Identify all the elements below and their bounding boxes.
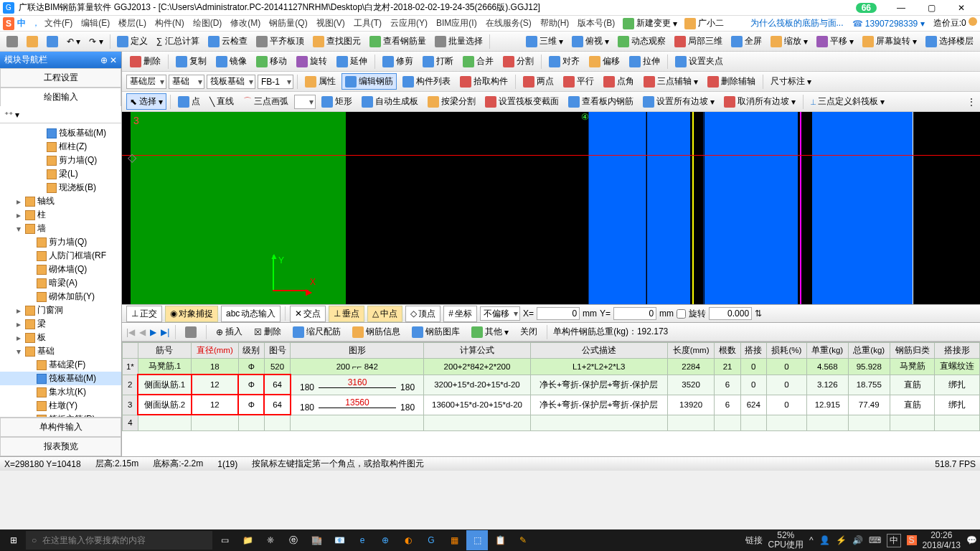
edit-rebar-button[interactable]: 编辑钢筋	[341, 73, 397, 90]
menu-version[interactable]: 版本号(B)	[573, 17, 619, 29]
edit-分割[interactable]: 分割	[499, 53, 537, 70]
insert-row-button[interactable]: ⊕ 插入	[212, 324, 246, 340]
task-view-button[interactable]: ▭	[214, 530, 235, 550]
menu-rebar[interactable]: 钢筋量(Q)	[265, 17, 311, 29]
tab-project-settings[interactable]: 工程设置	[0, 68, 121, 88]
tree-item[interactable]: 人防门框墙(RF	[0, 249, 121, 263]
rebar-table[interactable]: 筋号直径(mm)级别图号图形计算公式公式描述长度(mm)根数搭接损耗(%)单重(…	[122, 342, 980, 456]
tray-people-icon[interactable]: 👤	[819, 535, 830, 545]
menu-file[interactable]: 文件(F)	[40, 17, 77, 29]
cell[interactable]	[766, 415, 806, 430]
tab-single-input[interactable]: 单构件输入	[0, 418, 121, 437]
rotate-stepper[interactable]: ⇅	[755, 309, 762, 319]
tree-item[interactable]: ▾墙	[0, 222, 121, 235]
col-header[interactable]: 筋号	[138, 343, 191, 359]
start-button[interactable]: ⊞	[3, 530, 24, 550]
dimension-button[interactable]: 尺寸标注 ▾	[767, 73, 815, 90]
cell[interactable]: 马凳筋.1	[138, 359, 191, 375]
cell[interactable]: 21	[715, 359, 740, 375]
point-button[interactable]: 点	[174, 93, 204, 110]
tree-item[interactable]: ▸轴线	[0, 194, 121, 208]
ime-lang[interactable]: 中	[17, 17, 26, 29]
app-4[interactable]: 🏬	[306, 530, 327, 550]
app-3[interactable]: ⓔ	[283, 530, 304, 550]
cell[interactable]: 18.755	[848, 375, 890, 395]
rebar-lib-button[interactable]: 钢筋图库	[408, 324, 463, 340]
osnap-button[interactable]: ◉对象捕捉	[165, 306, 218, 322]
cell[interactable]	[740, 415, 766, 430]
tool-save[interactable]	[43, 34, 62, 50]
cell[interactable]: 直筋	[890, 395, 935, 415]
maximize-button[interactable]: ▢	[921, 3, 941, 13]
cell[interactable]: 绑扎	[935, 375, 980, 395]
edit-对齐[interactable]: 对齐	[545, 53, 583, 70]
col-header[interactable]: 直径(mm)	[192, 343, 239, 359]
notification-badge[interactable]: 66	[856, 3, 877, 13]
cancel-slope-button[interactable]: 取消所有边坡 ▾	[720, 93, 799, 110]
col-header[interactable]	[123, 343, 138, 359]
view-slab-rebar-button[interactable]: 查看板内钢筋	[565, 93, 637, 110]
cell[interactable]	[264, 415, 290, 430]
cell[interactable]: 520	[264, 359, 290, 375]
col-header[interactable]: 损耗(%)	[766, 343, 806, 359]
cell[interactable]: 侧面纵筋.1	[138, 375, 191, 395]
dyn-input-button[interactable]: abc动态输入	[221, 306, 281, 322]
tray-ime[interactable]: 中	[887, 534, 901, 547]
tree-item[interactable]: ▸门窗洞	[0, 303, 121, 317]
define-button[interactable]: 定义	[113, 33, 151, 50]
cell[interactable]	[530, 415, 667, 430]
app-6[interactable]: e	[352, 530, 373, 550]
tab-report-preview[interactable]: 报表预览	[0, 437, 121, 456]
drawing-canvas[interactable]: 3 ④ ◇ ▲ Y ▶ X	[122, 112, 980, 304]
parallel-button[interactable]: 平行	[560, 73, 598, 90]
app-2[interactable]: ❋	[260, 530, 281, 550]
cell[interactable]: 净长+弯折-保护层+弯折-保护层	[530, 375, 667, 395]
menu-online[interactable]: 在线服务(S)	[481, 17, 536, 29]
cloud-check-button[interactable]: 云检查	[204, 33, 251, 50]
edit-延伸[interactable]: 延伸	[333, 53, 371, 70]
menu-tool[interactable]: 工具(T)	[349, 17, 386, 29]
set-section-button[interactable]: 设置筏板变截面	[481, 93, 562, 110]
cell[interactable]	[238, 415, 264, 430]
cell[interactable]: 624	[740, 395, 766, 415]
tool-open[interactable]	[23, 34, 42, 50]
user-button[interactable]: 广小二	[681, 15, 727, 32]
cell[interactable]: 0	[740, 359, 766, 375]
y-input[interactable]	[613, 307, 656, 320]
two-point-button[interactable]: 两点	[519, 73, 557, 90]
cell[interactable]: 77.49	[848, 395, 890, 415]
snap-coord[interactable]: # 坐标	[443, 306, 477, 322]
edit-修剪[interactable]: 修剪	[379, 53, 417, 70]
nav-last[interactable]: ▶|	[161, 327, 169, 337]
cell[interactable]: 0	[766, 359, 806, 375]
col-header[interactable]: 搭接形	[935, 343, 980, 359]
tray-up-icon[interactable]: ^	[809, 535, 814, 545]
menu-help[interactable]: 帮助(H)	[536, 17, 574, 29]
props-button[interactable]: 属性	[301, 73, 339, 90]
tray-sogou-icon[interactable]: S	[907, 535, 917, 545]
phone-link[interactable]: ☎ 13907298339 ▾	[852, 19, 925, 29]
notice-link[interactable]: 为什么筏板的底筋与面...	[750, 17, 844, 29]
col-header[interactable]: 长度(mm)	[667, 343, 715, 359]
cell[interactable]: L1+2*L2+2*L3	[530, 359, 667, 375]
menu-floor[interactable]: 楼层(L)	[114, 17, 151, 29]
split-by-beam-button[interactable]: 按梁分割	[424, 93, 479, 110]
tool-redo[interactable]: ↷ ▾	[85, 34, 106, 49]
minimize-button[interactable]: —	[891, 3, 911, 13]
col-header[interactable]: 总重(kg)	[848, 343, 890, 359]
cell[interactable]: Φ	[238, 359, 264, 375]
cell[interactable]: 13920	[667, 395, 715, 415]
menu-cloud[interactable]: 云应用(Y)	[386, 17, 432, 29]
cell[interactable]: 0	[740, 375, 766, 395]
tree-item[interactable]: 集水坑(K)	[0, 385, 121, 399]
col-header[interactable]: 钢筋归类	[890, 343, 935, 359]
cell[interactable]: 直螺纹连	[935, 359, 980, 375]
cortana-search[interactable]: ○ 在这里输入你要搜索的内容	[26, 531, 212, 550]
cell[interactable]: 6	[715, 395, 740, 415]
edit-打断[interactable]: 打断	[419, 53, 457, 70]
cell[interactable]: 3520	[667, 375, 715, 395]
cell[interactable]	[192, 415, 239, 430]
cell[interactable]: 3.126	[806, 375, 848, 395]
cell[interactable]	[806, 415, 848, 430]
cell[interactable]	[715, 415, 740, 430]
